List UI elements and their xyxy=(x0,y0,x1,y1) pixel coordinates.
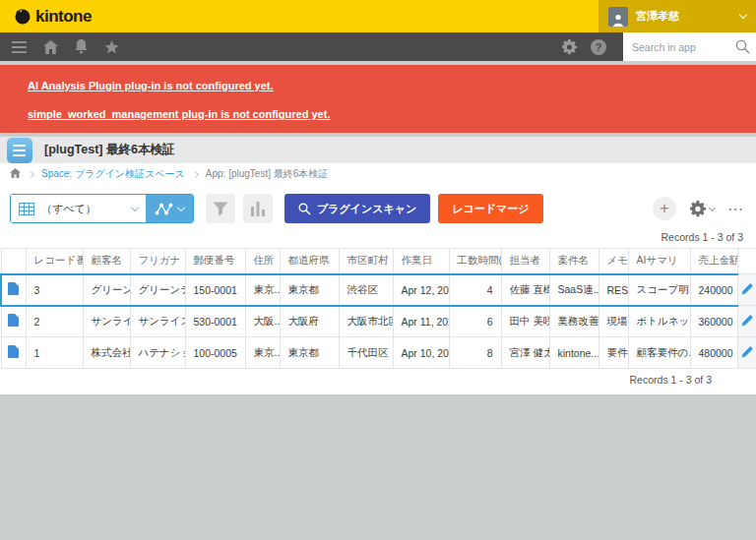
breadcrumb: Space: プラグイン検証スペース App: [plugTest] 最終6本検… xyxy=(0,163,756,185)
cell-city: 渋谷区 xyxy=(339,274,393,306)
global-toolbar: ? xyxy=(0,32,756,61)
cell-hours: 6 xyxy=(449,306,501,337)
edit-record-button[interactable] xyxy=(737,274,756,306)
cell-record-number: 1 xyxy=(26,337,83,369)
column-header: 作業日 xyxy=(393,249,449,274)
cell-project: SaaS連... xyxy=(549,274,598,306)
plugin-alert-banner: AI Analysis Plugin plug-in is not config… xyxy=(0,65,756,133)
list-settings-button[interactable] xyxy=(690,201,715,217)
table-row[interactable]: 2 サンライ... サンライズ... 530-0001 大阪... 大阪府 大阪… xyxy=(1,306,756,337)
cell-furigana: グリーンテ... xyxy=(130,274,185,306)
user-name: 宮澤孝慈 xyxy=(636,9,732,24)
breadcrumb-home-icon[interactable] xyxy=(10,168,21,180)
column-header: 住所 xyxy=(245,249,280,274)
record-document-icon[interactable] xyxy=(1,274,26,306)
breadcrumb-separator-icon xyxy=(28,170,34,177)
cell-sales: 360000 xyxy=(690,306,737,337)
logo-text: kintone xyxy=(35,7,92,27)
view-dropdown[interactable]: （すべて） xyxy=(11,195,146,222)
cell-record-number: 3 xyxy=(26,274,83,306)
column-header: 担当者 xyxy=(501,249,549,274)
notifications-bell-icon[interactable] xyxy=(75,39,88,54)
cell-city: 千代田区 xyxy=(339,337,393,369)
help-icon[interactable]: ? xyxy=(591,39,606,55)
hamburger-menu-icon[interactable] xyxy=(12,41,27,53)
column-header: 市区町村 xyxy=(339,249,393,274)
cell-postal: 530-0001 xyxy=(185,306,245,337)
table-row[interactable]: 3 グリーン... グリーンテ... 150-0001 東京... 東京都 渋谷… xyxy=(1,274,756,306)
column-header: メモ xyxy=(598,249,628,274)
home-icon[interactable] xyxy=(43,40,58,54)
app-header: [plugTest] 最終6本検証 xyxy=(0,137,756,163)
search-input[interactable] xyxy=(623,41,728,53)
pencil-icon xyxy=(741,345,754,358)
view-toolbar: （すべて） xyxy=(0,185,756,224)
cell-ai-summary: スコープ明... xyxy=(628,274,690,306)
scan-magnifier-icon xyxy=(298,203,311,215)
filter-button[interactable] xyxy=(206,194,235,223)
cell-prefecture: 大阪府 xyxy=(280,306,339,337)
favorites-star-icon[interactable] xyxy=(104,40,119,54)
cell-customer: サンライ... xyxy=(83,306,130,337)
cell-record-number: 2 xyxy=(26,306,83,337)
record-table: レコード番号 顧客名 フリガナ 郵便番号 住所 都道府県 市区町村 作業日 工数… xyxy=(0,248,756,369)
column-header: フリガナ xyxy=(130,249,185,274)
more-options-button[interactable]: ··· xyxy=(728,202,744,216)
graph-view-dropdown[interactable] xyxy=(146,195,193,222)
record-document-icon[interactable] xyxy=(1,306,26,337)
filter-funnel-icon xyxy=(213,202,228,216)
cell-workdate: Apr 12, 2026 xyxy=(393,274,449,306)
breadcrumb-space-link[interactable]: Space: プラグイン検証スペース xyxy=(41,167,185,181)
add-record-button[interactable]: + xyxy=(653,197,676,220)
search-icon[interactable] xyxy=(728,39,756,54)
app-search xyxy=(623,32,756,61)
view-selector: （すべて） xyxy=(10,194,194,223)
kintone-ball-icon xyxy=(14,8,31,25)
app-list-icon xyxy=(7,138,32,163)
kintone-logo[interactable]: kintone xyxy=(0,0,92,32)
cell-memo: 要件... xyxy=(598,337,628,369)
column-header: 郵便番号 xyxy=(185,249,245,274)
edit-record-button[interactable] xyxy=(737,337,756,369)
breadcrumb-separator-icon xyxy=(192,170,199,177)
chevron-down-icon xyxy=(177,203,185,210)
edit-record-button[interactable] xyxy=(737,306,756,337)
bar-chart-icon xyxy=(251,202,265,216)
column-header-actions xyxy=(737,249,756,274)
cell-hours: 8 xyxy=(449,337,501,369)
alert-link-simple-worked[interactable]: simple_worked_management plug-in is not … xyxy=(28,108,756,120)
user-menu[interactable]: 宮澤孝慈 xyxy=(598,0,756,32)
pencil-icon xyxy=(741,314,754,327)
cell-memo: RES... xyxy=(598,274,628,306)
cell-assignee: 佐藤 直樹 xyxy=(501,274,549,306)
plugin-scan-label: プラグインスキャン xyxy=(317,202,416,216)
user-avatar xyxy=(608,7,628,27)
cell-workdate: Apr 10, 2026 xyxy=(393,337,449,369)
breadcrumb-app-label: App: [plugTest] 最終6本検証 xyxy=(206,167,329,181)
cell-address: 大阪... xyxy=(245,306,280,337)
cell-prefecture: 東京都 xyxy=(280,274,339,306)
cell-address: 東京... xyxy=(245,274,280,306)
column-header-icon xyxy=(1,249,26,274)
chart-button[interactable] xyxy=(243,194,273,223)
page-background xyxy=(0,394,756,540)
table-header-row: レコード番号 顧客名 フリガナ 郵便番号 住所 都道府県 市区町村 作業日 工数… xyxy=(1,249,756,274)
plugin-scan-button[interactable]: プラグインスキャン xyxy=(284,194,430,223)
cell-postal: 100-0005 xyxy=(185,337,245,369)
cell-memo: 現場... xyxy=(598,306,628,337)
alert-link-ai-analysis[interactable]: AI Analysis Plugin plug-in is not config… xyxy=(28,80,756,91)
cell-project: 業務改善... xyxy=(549,306,598,337)
table-row[interactable]: 1 株式会社... ハテナショ... 100-0005 東京... 東京都 千代… xyxy=(1,337,756,369)
chevron-down-icon xyxy=(709,204,716,210)
record-document-icon[interactable] xyxy=(1,337,26,369)
record-merge-label: レコードマージ xyxy=(452,202,529,216)
settings-gear-icon[interactable] xyxy=(562,39,578,55)
view-selector-label: （すべて） xyxy=(41,202,125,216)
column-header: AIサマリ xyxy=(628,249,690,274)
cell-assignee: 田中 美咲 xyxy=(501,306,549,337)
cell-city: 大阪市北区 xyxy=(339,306,393,337)
cell-hours: 4 xyxy=(449,274,501,306)
record-merge-button[interactable]: レコードマージ xyxy=(438,194,542,223)
top-header: kintone 宮澤孝慈 xyxy=(0,0,756,32)
column-header: レコード番号 xyxy=(26,249,83,274)
